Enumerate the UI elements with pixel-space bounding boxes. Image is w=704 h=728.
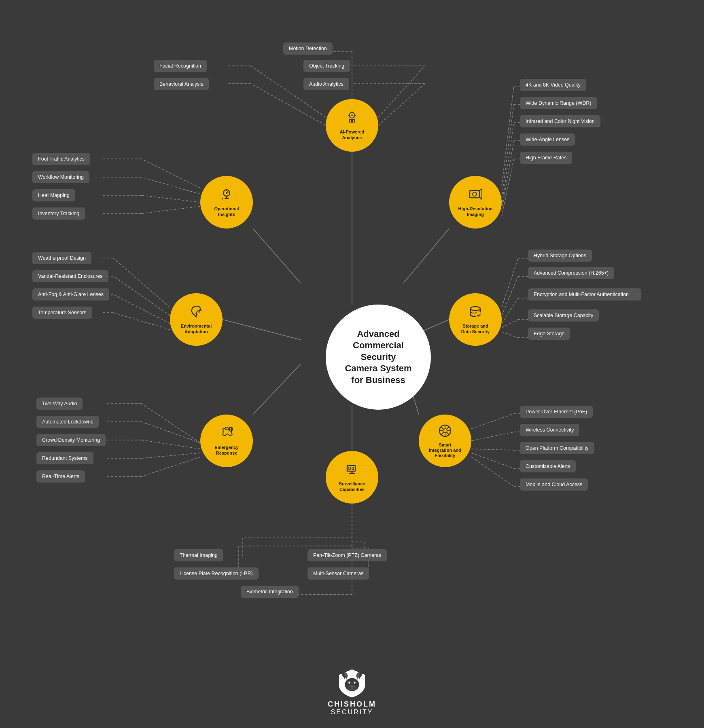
feat-vandal: Vandal-Resistant Enclosures: [32, 270, 108, 282]
ai-label: AI-PoweredAnalytics: [337, 129, 367, 140]
svg-line-110: [447, 427, 449, 429]
svg-line-36: [502, 332, 518, 338]
feat-poe: Power Over Ethernet (PoE): [520, 406, 593, 418]
center-circle: Advanced Commercial Security Camera Syst…: [326, 305, 431, 410]
svg-point-101: [475, 312, 482, 318]
svg-line-7: [253, 229, 301, 283]
svg-line-5: [253, 364, 301, 415]
svg-line-72: [113, 258, 170, 307]
sat-environmental: EnvironmentalAdaptation: [170, 293, 223, 346]
svg-line-109: [447, 432, 449, 435]
emergency-icon: [219, 426, 234, 443]
sat-surveillance: SurveillanceCapabilities: [326, 451, 378, 504]
logo-svg: [336, 666, 368, 698]
emergency-label: EmergencyResponse: [212, 445, 241, 455]
svg-line-10: [251, 66, 326, 117]
svg-line-24: [502, 141, 514, 210]
svg-line-108: [441, 427, 443, 429]
smart-label: SmartIntegration andFlexibility: [426, 442, 463, 459]
svg-line-44: [471, 453, 514, 468]
smart-icon: [438, 423, 452, 441]
svg-line-40: [471, 432, 514, 441]
highres-icon: [468, 187, 483, 205]
svg-rect-94: [349, 119, 355, 123]
svg-line-12: [378, 66, 425, 117]
svg-line-26: [502, 159, 514, 216]
svg-point-134: [353, 687, 355, 690]
svg-line-111: [441, 432, 443, 435]
highres-label: High-ResolutionImaging: [456, 206, 495, 217]
svg-line-70: [142, 457, 200, 476]
svg-rect-114: [352, 467, 354, 470]
feat-temp-sensors: Temperature Sensors: [32, 307, 92, 319]
feat-ptz: Pan-Tilt-Zoom (PTZ) Cameras: [307, 549, 387, 561]
feat-mobile-cloud: Mobile and Cloud Access: [520, 478, 588, 491]
feat-foot-traffic: Foot Traffic Analytics: [32, 153, 90, 165]
svg-line-64: [142, 422, 200, 443]
feat-biometric: Biometric Integration: [241, 586, 299, 598]
svg-rect-97: [470, 190, 479, 198]
operational-icon: [219, 187, 234, 205]
svg-point-100: [471, 307, 480, 311]
feat-frame-rates: High Frame Rates: [520, 152, 572, 164]
svg-line-62: [142, 404, 200, 443]
svg-rect-96: [353, 120, 354, 122]
svg-point-98: [473, 192, 477, 196]
svg-line-32: [502, 298, 518, 324]
svg-line-68: [142, 453, 200, 458]
feat-inventory: Inventory Tracking: [32, 207, 85, 220]
feat-edge-storage: Edge Storage: [528, 328, 570, 340]
svg-line-38: [471, 414, 514, 429]
feat-workflow: Workflow Monitoring: [32, 171, 89, 183]
feat-compression: Advanced Compression (H.265+): [528, 267, 614, 279]
environmental-icon: [189, 305, 204, 322]
feat-antifog: Anti-Fog & Anti-Glare Lenses: [32, 288, 109, 301]
feat-facial-recognition: Facial Recognition: [154, 60, 207, 72]
svg-point-120: [230, 430, 231, 431]
storage-icon: [468, 305, 483, 322]
svg-rect-112: [347, 466, 355, 471]
svg-line-76: [113, 294, 170, 324]
sat-storage: Storage andData Security: [449, 293, 502, 346]
feat-thermal: Thermal Imaging: [174, 549, 223, 561]
surveillance-label: SurveillanceCapabilities: [337, 481, 368, 492]
svg-rect-113: [349, 467, 350, 470]
sat-ai: AI-PoweredAnalytics: [326, 99, 378, 152]
feat-realtime: Real-Time Alerts: [36, 470, 85, 483]
svg-point-89: [351, 114, 353, 116]
svg-line-66: [142, 440, 200, 449]
svg-line-42: [471, 449, 514, 450]
feat-4k8k: 4K and 8K Video Quality: [520, 79, 586, 91]
feat-behavioral-analysis: Behavioral Analysis: [154, 78, 209, 90]
logo-area: CHISHOLM SECURITY: [328, 666, 376, 716]
feat-open-platform: Open Platform Compatibility: [520, 442, 594, 454]
feat-lockdowns: Automated Lockdowns: [36, 416, 99, 428]
feat-night-vision: Infrared and Color Night Vision: [520, 115, 600, 127]
svg-point-135: [348, 681, 350, 684]
feat-heat-mapping: Heat Mapping: [32, 189, 75, 201]
feat-wdr: Wide Dynamic Range (WDR): [520, 97, 597, 109]
sat-highres: High-ResolutionImaging: [449, 176, 502, 229]
feat-multi-sensor: Multi-Sensor Cameras: [307, 567, 369, 580]
sat-smart: SmartIntegration andFlexibility: [419, 415, 471, 467]
feat-hybrid-storage: Hybrid Storage Options: [528, 250, 592, 262]
feat-scalable-storage: Scalable Storage Capacity: [528, 309, 599, 322]
svg-point-103: [443, 429, 447, 433]
feat-wide-angle: Wide-Angle Lenses: [520, 133, 575, 146]
svg-line-6: [223, 320, 301, 340]
feat-audio-analytics: Audio Analytics: [303, 78, 349, 90]
svg-point-136: [354, 681, 356, 684]
svg-line-28: [502, 259, 518, 307]
feat-redundant: Redundant Systems: [36, 452, 93, 464]
storage-label: Storage andData Security: [459, 324, 492, 334]
surveillance-icon: [345, 462, 359, 480]
svg-line-20: [502, 104, 514, 198]
sat-emergency: EmergencyResponse: [200, 415, 253, 467]
logo-company: CHISHOLM: [328, 700, 376, 709]
ai-icon: [345, 110, 359, 128]
feat-motion-detection: Motion Detection: [283, 42, 333, 55]
svg-point-133: [349, 687, 351, 690]
svg-line-1: [403, 229, 449, 283]
feat-encryption: Encryption and Multi-Factor Authenticati…: [528, 288, 641, 301]
svg-line-82: [142, 177, 200, 194]
